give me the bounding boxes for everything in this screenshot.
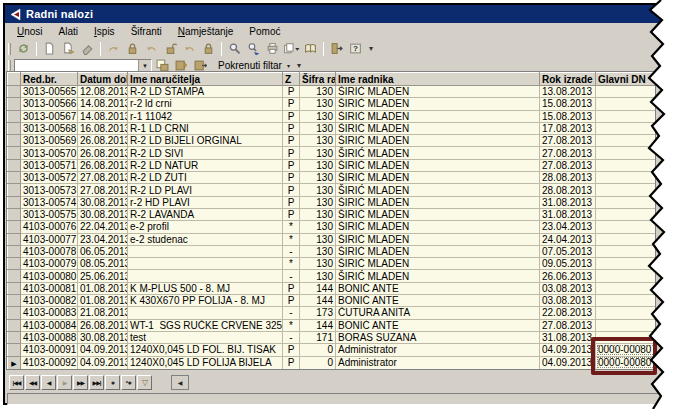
cell-z[interactable]: P [283,122,300,134]
cell-ime-radnika[interactable]: ŠIRIĆ MLADEN [336,110,540,122]
exit-door-button[interactable] [327,40,346,57]
table-row[interactable]: 4103-0008201.08.2013K 430X670 PP FOLIJA … [8,295,656,307]
cell-red-br-[interactable]: 4103-00091 [21,344,78,356]
cell-datum-dok[interactable]: 26.08.2013 [78,147,128,159]
cell--ifra-ra[interactable]: 130 [300,159,336,171]
cell-glavni-dn[interactable] [596,282,656,294]
cell-datum-dok[interactable]: 21.08.2013 [78,307,128,319]
cell-datum-dok[interactable]: 08.05.2013 [78,258,128,270]
cell-rok-izrade[interactable]: 27.08.2013 [540,135,596,147]
combo-dropdown-icon[interactable]: ▼ [138,60,151,71]
cell-ime-radnika[interactable]: ŠIRIĆ MLADEN [336,172,540,184]
cell-z[interactable]: P [283,282,300,294]
cell-red-br-[interactable]: 4103-00080 [21,270,78,282]
cell-glavni-dn[interactable] [596,245,656,257]
redo-arrow-button[interactable] [104,40,123,57]
copies-dropdown-button[interactable] [282,40,301,57]
cell-ime-radnika[interactable]: BONIĆ ANTE [336,319,540,331]
cell-glavni-dn[interactable] [596,172,656,184]
table-row[interactable]: 4103-0008025.06.2013-130ŠIRIĆ MLADEN26.0… [8,270,656,282]
cell-ime-naru-itelja[interactable]: WT-1 SGS RUČKE CRVENE 325 [128,319,283,331]
cell-rok-izrade[interactable]: 31.08.2013 [540,196,596,208]
cell-ime-naru-itelja[interactable]: R-1 LD CRNI [128,122,283,134]
menu-item-alati[interactable]: Alati [51,25,86,38]
prior-record-button[interactable]: ◀ [41,375,56,390]
menu-item-namjetanje[interactable]: Namještanje [170,25,242,38]
row-selector[interactable] [8,319,21,331]
prior-page-button[interactable]: ◀◀ [25,375,40,390]
cell-ime-naru-itelja[interactable]: K 430X670 PP FOLIJA - 8. MJ [128,295,283,307]
cell-glavni-dn[interactable] [596,86,656,98]
cell-z[interactable]: P [283,147,300,159]
cell-rok-izrade[interactable]: 27.08.2013 [540,159,596,171]
column-header-indicator[interactable] [8,73,21,86]
toolbar-grip[interactable] [8,60,11,72]
row-selector[interactable] [8,307,21,319]
cell-rok-izrade[interactable]: 15.08.2013 [540,98,596,110]
cell-glavni-dn[interactable] [596,221,656,233]
row-selector[interactable] [8,159,21,171]
cell-glavni-dn[interactable] [596,196,656,208]
table-row[interactable]: 4103-0007723.04.2013e-2 studenac*130ŠIRI… [8,233,656,245]
row-selector[interactable] [8,135,21,147]
print-button[interactable] [263,40,282,57]
column-header-z[interactable]: Z [283,73,300,86]
cell-ime-radnika[interactable]: ŠIRIĆ MLADEN [336,86,540,98]
toolbar-overflow-icon[interactable]: ▾ [297,61,301,70]
cell-red-br-[interactable]: 3013-00568 [21,122,78,134]
cell-ime-radnika[interactable]: BORAS SUZANA [336,331,540,343]
toolbar-grip[interactable] [8,43,11,55]
filter-records-button[interactable]: ▽ [137,375,152,390]
cell-ime-naru-itelja[interactable]: 1240X0,045 LD FOLIJA BIJELA [128,356,283,369]
table-row[interactable]: 3013-0056714.08.2013r-1 11042P130ŠIRIĆ M… [8,110,656,122]
table-row[interactable]: 4103-0008101.08.2013K M-PLUS 500 - 8. MJ… [8,282,656,294]
cell-ime-radnika[interactable]: ŠIRIĆ MLADEN [336,221,540,233]
cell-datum-dok[interactable]: 23.04.2013 [78,233,128,245]
cell-datum-dok[interactable]: 22.04.2013 [78,221,128,233]
cell-datum-dok[interactable]: 04.09.2013 [78,344,128,356]
lock-open-button[interactable] [161,40,180,57]
cell-rok-izrade[interactable]: 03.08.2013 [540,282,596,294]
row-selector[interactable] [8,221,21,233]
open-document-button[interactable] [59,40,78,57]
next-page-button[interactable]: ▶▶ [73,375,88,390]
cell-datum-dok[interactable]: 14.08.2013 [78,98,128,110]
row-selector[interactable] [8,184,21,196]
cell-z[interactable]: P [283,344,300,356]
row-selector[interactable] [8,172,21,184]
row-selector[interactable] [8,258,21,270]
cell--ifra-ra[interactable]: 130 [300,122,336,134]
undo-arrow-button[interactable] [142,40,161,57]
cell-red-br-[interactable]: 3013-00575 [21,208,78,220]
cell-red-br-[interactable]: 4103-00084 [21,319,78,331]
cell-datum-dok[interactable]: 04.09.2013 [78,356,128,369]
insert-special-button[interactable]: *∗ [121,375,136,390]
cell-rok-izrade[interactable]: 22.08.2013 [540,307,596,319]
cell-ime-naru-itelja[interactable]: r-2 ld crni [128,98,283,110]
cell-red-br-[interactable]: 4103-00078 [21,245,78,257]
search-go-button[interactable] [244,40,263,57]
row-selector[interactable] [8,208,21,220]
cell-rok-izrade[interactable]: 24.04.2013 [540,233,596,245]
cell-ime-naru-itelja[interactable]: R-2 LD ŠTAMPA [128,86,283,98]
column-header-glavni-dn[interactable]: Glavni DN [596,73,656,86]
cell--ifra-ra[interactable]: 130 [300,270,336,282]
cell-red-br-[interactable]: 3013-00565 [21,86,78,98]
cell-ime-naru-itelja[interactable] [128,270,283,282]
cell-red-br-[interactable]: 3013-00570 [21,147,78,159]
cell-glavni-dn[interactable] [596,331,656,343]
menu-item-ifranti[interactable]: Šifranti [123,25,170,38]
cell-rok-izrade[interactable]: 28.08.2013 [540,184,596,196]
cell-z[interactable]: - [283,307,300,319]
column-header-datum-dok[interactable]: Datum dok [78,73,128,86]
row-selector[interactable] [8,270,21,282]
cell-ime-naru-itelja[interactable]: K M-PLUS 500 - 8. MJ [128,282,283,294]
row-selector[interactable] [8,331,21,343]
cell--ifra-ra[interactable]: 130 [300,245,336,257]
cell-glavni-dn[interactable]: 0000-00080 [596,356,656,369]
lock-closed-button[interactable] [123,40,142,57]
cell-z[interactable]: P [283,356,300,369]
cell-datum-dok[interactable]: 30.08.2013 [78,208,128,220]
cell-ime-naru-itelja[interactable]: R-2 LD PLAVI [128,184,283,196]
cell-z[interactable]: P [283,135,300,147]
